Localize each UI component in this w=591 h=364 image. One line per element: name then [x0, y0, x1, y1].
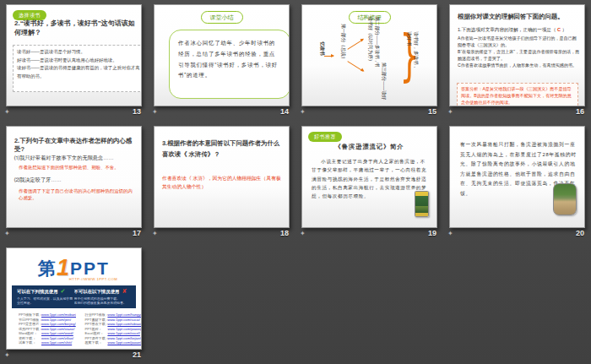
slide19-intro: 小说主要记述了出身于商人之家的鲁滨逊，不甘于像父辈那样，平庸地过一辈子，一心向往…	[312, 157, 428, 201]
slide-thumbnail-20[interactable]: 有一次风暴将船只打翻，鲁滨逊被海浪抛到一座荒无人烟的海岛上，在那里度过了28年孤…	[449, 126, 585, 228]
slide-thumbnail-21[interactable]: 第1PPT HTTP://WWW.1PPT.COM 可以在下列情况使用✔ 个人学…	[6, 247, 142, 350]
diagram-conclusion: 读书好，多读书， 读好书	[408, 32, 419, 81]
slide-thumbnail-14[interactable]: 课堂小结 作者冰心回忆了幼年、少年时读书的经历，总结了多年读书的经验，重点引导我…	[154, 4, 290, 106]
slide13-question: 2.“读书好，多读书，读好书”这句话该如何理解？	[14, 19, 139, 38]
slide-sorter-grid: 选择读书 2.“读书好，多读书，读好书”这句话该如何理解？ 读书好——是说读书是…	[0, 0, 591, 364]
license-allow-title: 可以在下列情况使用✔	[17, 288, 74, 295]
slide-number: 20	[576, 229, 584, 237]
slide-thumbnail-18[interactable]: 3.根据作者的本意回答以下问题作者为什么 喜欢读《 水浒传》？ 作者喜欢读《 水…	[154, 126, 290, 228]
link-row: 试卷下载：www.1ppt.com/shiti/	[19, 340, 76, 345]
link-row: PPT素材下载：www.1ppt.com/sucai/	[84, 318, 142, 323]
slide-number: 15	[428, 107, 436, 116]
transition-star-icon: ✦	[4, 231, 10, 237]
link-list-left: PPT模板下载：www.1ppt.com/moban/ 节日PPT模板：www.…	[19, 312, 76, 345]
slide-cell-13: 选择读书 2.“读书好，多读书，读好书”这句话该如何理解？ 读书好——是说读书是…	[0, 0, 148, 122]
diagram-arrow-down	[347, 61, 363, 72]
slide-cell-19: 好书推荐 《鲁滨逊漂流记》简介 小说主要记述了出身于商人之家的鲁滨逊，不甘于像父…	[296, 122, 443, 243]
license-banner: 可以在下列情况使用✔ 个人学习、研究或欣赏，以及其他非商业性用途。 对模板进行修…	[12, 285, 136, 308]
slide-cell-15: 结构梳理 忆读书 第一部分（总说） 第二部分——多读书， 读书好（以时间为序） …	[296, 0, 443, 122]
slide19-book-title: 《鲁滨逊漂流记》简介	[302, 143, 436, 151]
license-deny-column: 不可以在以下情况使用✘ 用于任何形式的在线付费下载。 将我们的模板收集后再发布或…	[74, 288, 132, 306]
empty-cell	[296, 243, 443, 364]
license-allow-items: 个人学习、研究或欣赏，以及其他非商业性用途。 对模板进行修改调整后在您的演示中使…	[17, 296, 74, 307]
empty-cell	[443, 243, 591, 364]
logo-url: HTTP://WWW.1PPT.COM	[7, 277, 141, 281]
slide-number: 19	[428, 229, 436, 237]
slide-number: 14	[280, 107, 289, 116]
slide17-answer1: 作者急想知道下面的情节那种急切、期盼、不舍。	[19, 164, 138, 171]
slide16-options: A作者第一次读书是在舅父给孩子们的指导下进行的，是自己囫囵吞枣读《三国演义》的。…	[458, 35, 581, 68]
slide-thumbnail-17[interactable]: 2.下列句子在文章中表达作者怎样的内心感受? ⑴我只好带着对于故事下文的无限悬念…	[6, 126, 142, 228]
link-row: PPT教程：www.1ppt.com/powerpoint/	[84, 327, 142, 332]
license-allow-column: 可以在下列情况使用✔ 个人学习、研究或欣赏，以及其他非商业性用途。 对模板进行修…	[17, 288, 74, 306]
slide16-question: 1.下面选项对文章内容的理解，正确的一项是（ C ）	[458, 26, 583, 34]
slide-cell-14: 课堂小结 作者冰心回忆了幼年、少年时读书的经历，总结了多年读书的经验，重点引导我…	[148, 0, 296, 122]
slide13-answer-box: 读书好——是说读书是个好习惯。 好读书——是说读书时要认真地用心地好好地读。 读…	[13, 45, 142, 92]
link-list-right: 行业PPT模板：www.1ppt.com/hangye/ PPT素材下载：www…	[84, 312, 142, 345]
link-row: PPT模板下载：www.1ppt.com/moban/	[19, 312, 76, 318]
slide-number: 18	[280, 229, 289, 237]
link-lists: PPT模板下载：www.1ppt.com/moban/ 节日PPT模板：www.…	[19, 312, 138, 345]
slide-cell-18: 3.根据作者的本意回答以下问题作者为什么 喜欢读《 水浒传》？ 作者喜欢读《 水…	[148, 122, 296, 243]
link-row: PPT课件下载：www.1ppt.com/kejian/	[84, 336, 142, 341]
slide18-title: 3.根据作者的本意回答以下问题作者为什么 喜欢读《 水浒传》？	[162, 139, 287, 160]
section-badge: 课堂小结	[201, 11, 243, 24]
section-badge: 好书推荐	[308, 132, 342, 142]
logo-char-di: 第	[38, 258, 56, 278]
diagram-part1: 第一部分（总说）	[339, 24, 346, 68]
slide-number: 17	[133, 229, 141, 237]
link-row: Excel教程：www.1ppt.com/excel/	[84, 331, 142, 336]
diagram-root: 忆读书	[318, 41, 325, 63]
logo-text-ppt: PPT	[70, 258, 110, 278]
link-row: 教案下载：www.1ppt.com/jiaoan/	[84, 340, 142, 345]
link-row: 节日PPT模板：www.1ppt.com/jieri/	[19, 318, 76, 323]
book-cover-image	[415, 191, 429, 217]
slide17-title: 2.下列句子在文章中表达作者怎样的内心感受?	[14, 137, 141, 154]
slide16-title: 根据你对课文的理解回答下面的问题。	[458, 13, 583, 21]
slide-number: 21	[133, 350, 141, 359]
transition-star-icon: ✦	[447, 231, 453, 237]
transition-star-icon: ✦	[152, 231, 158, 237]
slide-thumbnail-16[interactable]: 根据你对课文的理解回答下面的问题。 1.下面选项对文章内容的理解，正确的一项是（…	[449, 4, 585, 106]
diagram-part3: 第三部分——读好书	[373, 62, 387, 103]
transition-star-icon: ✦	[4, 352, 10, 359]
transition-star-icon: ✦	[4, 109, 10, 116]
slide-cell-20: 有一次风暴将船只打翻，鲁滨逊被海浪抛到一座荒无人烟的海岛上，在那里度过了28年孤…	[443, 122, 591, 243]
slide17-item2: ⑵我决定咬了牙……	[14, 176, 141, 184]
check-icon: ✔	[61, 288, 66, 294]
slide-number: 13	[133, 107, 141, 116]
slide-thumbnail-13[interactable]: 选择读书 2.“读书好，多读书，读好书”这句话该如何理解？ 读书好——是说读书是…	[6, 4, 142, 106]
link-row: PPT图表下载：www.1ppt.com/tubiao/	[84, 322, 142, 327]
transition-star-icon: ✦	[300, 231, 306, 237]
slide17-answer2: 作者强调了下定了自己会读书的决心时那种热烈迫切的内心感受。	[19, 187, 135, 202]
link-row: Word教程：www.1ppt.com/word/	[19, 331, 76, 336]
license-deny-title: 不可以在以下情况使用✘	[74, 288, 132, 295]
link-row: PPT背景图片：www.1ppt.com/beijing/	[19, 322, 76, 327]
empty-cell	[148, 243, 296, 364]
island-illustration-image	[553, 183, 577, 215]
transition-star-icon: ✦	[447, 109, 453, 116]
slide18-answer: 作者喜欢读《 水浒》，因为它的人物栩栩如生（具有极其生动的人物个性）	[162, 174, 282, 192]
slide-thumbnail-19[interactable]: 好书推荐 《鲁滨逊漂流记》简介 小说主要记述了出身于商人之家的鲁滨逊，不甘于像父…	[301, 126, 437, 228]
license-deny-items: 用于任何形式的在线付费下载。 将我们的模板收集后再发布或销售。	[74, 296, 132, 307]
link-row: 优秀PPT下载：www.1ppt.com/xiazai/	[19, 327, 76, 332]
slide-thumbnail-15[interactable]: 结构梳理 忆读书 第一部分（总说） 第二部分——多读书， 读书好（以时间为序） …	[301, 4, 437, 106]
transition-star-icon: ✦	[300, 109, 306, 116]
slide16-analysis-box: 答案分析：A是舅父给我们讲一段《三国演义》而不是指导阅读。B说的是作者欲知故事而…	[457, 83, 578, 106]
cross-icon: ✘	[122, 288, 127, 294]
slide-number: 16	[576, 107, 584, 116]
transition-star-icon: ✦	[152, 109, 158, 116]
diagram-part2: 第二部分——多读书， 读书好（以时间为序）	[369, 17, 380, 66]
slide-cell-16: 根据你对课文的理解回答下面的问题。 1.下面选项对文章内容的理解，正确的一项是（…	[443, 0, 591, 122]
diagram-arrow-up	[347, 39, 363, 50]
slide17-item1: ⑴我只好带着对于故事下文的无限悬念……	[14, 154, 141, 162]
slide-cell-21: 第1PPT HTTP://WWW.1PPT.COM 可以在下列情况使用✔ 个人学…	[0, 243, 148, 364]
link-row: 资料下载：www.1ppt.com/ziliao/	[19, 336, 76, 341]
slide-cell-17: 2.下列句子在文章中表达作者怎样的内心感受? ⑴我只好带着对于故事下文的无限悬念…	[0, 122, 148, 243]
slide14-summary-box: 作者冰心回忆了幼年、少年时读书的经历，总结了多年读书的经验，重点引导我们懂得“读…	[169, 30, 290, 99]
diagram-arrow	[324, 56, 333, 57]
link-row: 行业PPT模板：www.1ppt.com/hangye/	[84, 312, 142, 318]
